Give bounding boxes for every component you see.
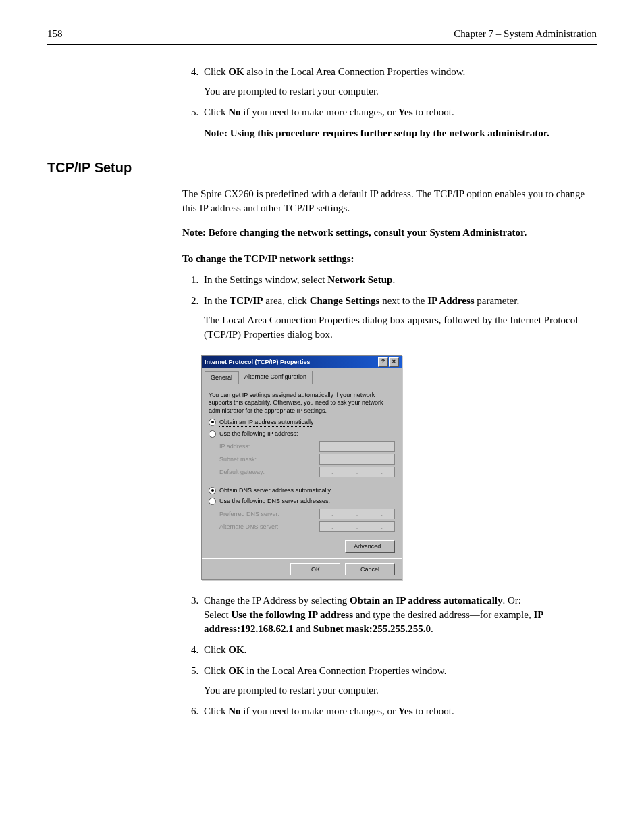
close-icon[interactable]: × (389, 357, 399, 367)
proc-step-2: In the TCP/IP area, click Change Setting… (201, 294, 597, 342)
section-note: Note: Before changing the network settin… (182, 226, 597, 240)
cancel-button[interactable]: Cancel (345, 563, 395, 576)
page-header: 158 Chapter 7 – System Administration (47, 27, 597, 45)
field-subnet: Subnet mask: ... (219, 454, 395, 465)
proc-step-2-sub: The Local Area Connection Properties dia… (204, 313, 597, 342)
dialog-title: Internet Protocol (TCP/IP) Properties (205, 358, 311, 367)
advanced-button[interactable]: Advanced... (345, 540, 395, 553)
step-5: Click No if you need to make more change… (201, 105, 597, 140)
section-intro: The Spire CX260 is predefined with a def… (182, 187, 597, 215)
page-number: 158 (47, 27, 63, 41)
proc-step-6: Click No if you need to make more change… (201, 704, 597, 719)
radio-obtain-dns[interactable]: Obtain DNS server address automatically (209, 486, 395, 495)
field-gateway: Default gateway: ... (219, 467, 395, 477)
proc-step-3: Change the IP Address by selecting Obtai… (201, 594, 597, 636)
radio-icon (209, 498, 216, 505)
step-5-note: Note: Using this procedure requires furt… (204, 126, 597, 140)
radio-icon (209, 419, 216, 426)
field-preferred-dns: Preferred DNS server: ... (219, 509, 395, 519)
radio-use-dns[interactable]: Use the following DNS server addresses: (209, 497, 395, 506)
tab-alternate[interactable]: Alternate Configuration (238, 371, 313, 384)
radio-use-ip[interactable]: Use the following IP address: (209, 429, 395, 438)
tab-general[interactable]: General (205, 371, 238, 384)
radio-icon (209, 487, 216, 494)
preferred-dns-input[interactable]: ... (319, 509, 395, 519)
ok-button[interactable]: OK (290, 563, 340, 576)
alternate-dns-input[interactable]: ... (319, 521, 395, 532)
dialog-titlebar: Internet Protocol (TCP/IP) Properties ?× (202, 356, 402, 368)
dialog-screenshot: Internet Protocol (TCP/IP) Properties ?×… (201, 355, 597, 580)
proc-step-5: Click OK in the Local Area Connection Pr… (201, 664, 597, 698)
dialog-description: You can get IP settings assigned automat… (209, 392, 395, 415)
gateway-input[interactable]: ... (319, 467, 395, 477)
field-alternate-dns: Alternate DNS server: ... (219, 521, 395, 532)
section-heading: TCP/IP Setup (47, 158, 597, 177)
procedure-heading: To change the TCP/IP network settings: (182, 252, 597, 266)
radio-obtain-ip[interactable]: Obtain an IP address automatically (209, 418, 395, 427)
chapter-title: Chapter 7 – System Administration (454, 27, 597, 41)
field-ip-address: IP address: ... (219, 441, 395, 452)
proc-step-1: In the Settings window, select Network S… (201, 273, 597, 287)
subnet-mask-input[interactable]: ... (319, 454, 395, 465)
step-4: Click OK also in the Local Area Connecti… (201, 65, 597, 99)
proc-step-5-sub: You are prompted to restart your compute… (204, 683, 597, 698)
radio-icon (209, 430, 216, 438)
proc-step-4: Click OK. (201, 643, 597, 657)
step-4-sub: You are prompted to restart your compute… (204, 84, 597, 99)
ip-address-input[interactable]: ... (319, 441, 395, 452)
help-icon[interactable]: ? (378, 357, 388, 367)
